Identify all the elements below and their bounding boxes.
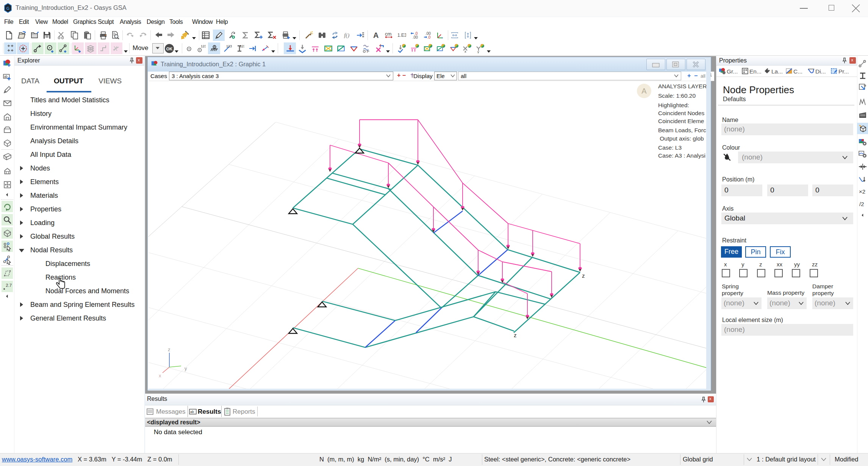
svg-text:OK: OK xyxy=(166,47,173,51)
svg-text:.0: .0 xyxy=(427,35,431,39)
svg-text:ab: ab xyxy=(4,75,8,78)
svg-text:Scale: 1:60.20: Scale: 1:60.20 xyxy=(658,92,696,99)
svg-text:Highlighted:: Highlighted: xyxy=(658,102,689,108)
svg-text:x: x xyxy=(464,50,466,53)
svg-text:A: A xyxy=(641,87,647,95)
svg-text:cm: cm xyxy=(385,31,391,37)
svg-text:2.7: 2.7 xyxy=(6,283,12,288)
svg-text:Case: A3 : Analysi: Case: A3 : Analysi xyxy=(658,152,705,159)
svg-text:ab: ab xyxy=(190,410,194,414)
svg-text:Coincident Eleme: Coincident Eleme xyxy=(658,118,704,124)
svg-text:123: 123 xyxy=(201,44,206,48)
svg-text:G: G xyxy=(6,6,10,11)
svg-text:z: z xyxy=(514,332,517,338)
svg-text:ANALYSIS LAYER: ANALYSIS LAYER xyxy=(658,83,706,89)
svg-text:f(): f() xyxy=(344,32,349,39)
svg-text:123: 123 xyxy=(240,44,244,48)
svg-text:Beam Loads, Forc: Beam Loads, Forc xyxy=(658,127,706,133)
svg-text:1.E3: 1.E3 xyxy=(397,33,406,38)
svg-text:Coincident Nodes: Coincident Nodes xyxy=(658,110,705,116)
svg-text:Case: L3: Case: L3 xyxy=(658,144,682,151)
svg-text:×2: ×2 xyxy=(859,188,865,195)
svg-text:Output axis: glob: Output axis: glob xyxy=(658,135,704,142)
svg-text:P: P xyxy=(367,49,369,53)
svg-text:.00: .00 xyxy=(413,35,418,39)
svg-text:y: y xyxy=(185,366,187,371)
svg-text:A: A xyxy=(373,31,378,39)
svg-text:z: z xyxy=(582,272,585,279)
svg-text:x: x xyxy=(159,373,161,378)
svg-text:123: 123 xyxy=(226,44,232,48)
svg-text:z: z xyxy=(168,347,170,352)
svg-text:y: y xyxy=(477,50,479,53)
svg-text:/2: /2 xyxy=(859,201,864,207)
